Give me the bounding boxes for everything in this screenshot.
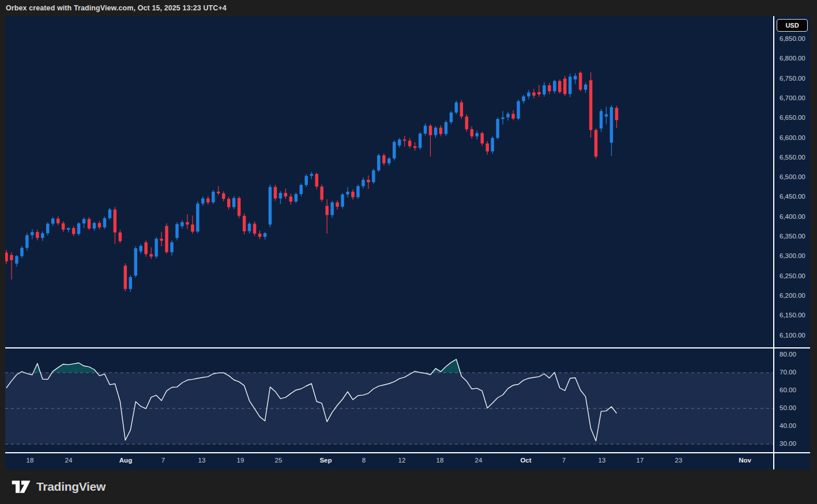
candle-body [543, 85, 546, 94]
rsi-tick-label: 50.00 [780, 404, 796, 411]
candle [248, 222, 251, 234]
candle-body [517, 101, 520, 119]
candle [362, 177, 365, 188]
candle [532, 89, 536, 98]
candle-body [165, 226, 168, 252]
candle-body [140, 246, 143, 252]
candle-body [206, 199, 210, 203]
tradingview-logo-text: TradingView [36, 480, 106, 494]
tradingview-logo[interactable]: TradingView [12, 479, 106, 494]
candle-body [336, 202, 339, 207]
candle-body [232, 198, 236, 207]
candle [346, 187, 349, 198]
candle [563, 76, 567, 96]
candle-body [155, 239, 158, 257]
price-tick-label: 6,300.00 [780, 252, 805, 259]
candle [579, 71, 582, 92]
candle [232, 196, 236, 209]
candle [589, 73, 593, 138]
candle-body [144, 242, 148, 255]
candle-body [429, 126, 432, 135]
candle [377, 154, 381, 172]
candle [88, 217, 91, 230]
price-pane[interactable] [5, 16, 773, 348]
candle [517, 100, 520, 120]
candle-body [356, 186, 360, 197]
currency-badge[interactable]: USD [777, 19, 808, 32]
candle-body [450, 113, 453, 123]
candle-body [310, 174, 314, 176]
candle-body [253, 223, 257, 233]
candle-body [387, 158, 391, 163]
candle-body [330, 202, 334, 215]
candle-body [501, 118, 504, 119]
candle [574, 73, 577, 84]
time-axis[interactable]: 1824Aug7131925Sep8121824Oct7131723Nov [5, 453, 773, 469]
candle-body [62, 223, 65, 230]
price-tick-label: 6,750.00 [780, 75, 805, 82]
candle-body [584, 85, 588, 90]
candle [445, 120, 448, 136]
candle [15, 255, 18, 267]
candle [300, 183, 303, 196]
candle [51, 217, 55, 226]
candle-body [289, 196, 293, 202]
candle [429, 124, 432, 156]
time-tick-label: Oct [513, 457, 539, 464]
candle-body [527, 93, 530, 97]
candle [372, 169, 375, 184]
candle-body [279, 193, 283, 199]
candle [496, 118, 499, 139]
candle [336, 200, 339, 210]
time-tick-label: 25 [266, 457, 291, 464]
candle [382, 153, 386, 165]
candle [568, 74, 572, 97]
price-tick-label: 6,650.00 [780, 114, 805, 121]
candle [548, 83, 551, 94]
attribution-bar: Orbex created with TradingView.com, Oct … [0, 0, 817, 16]
candle [341, 193, 344, 209]
candle [408, 138, 412, 149]
candle [149, 248, 153, 259]
candle-body [511, 114, 515, 119]
candle-body [274, 187, 277, 199]
candle-body [175, 224, 179, 238]
candle-body [610, 107, 613, 143]
rsi-pane[interactable] [5, 348, 773, 453]
candle [57, 216, 60, 225]
candle-body [31, 232, 34, 236]
candle-body [88, 219, 91, 229]
candle-body [434, 128, 438, 135]
candle [41, 232, 44, 241]
time-tick-label: 18 [17, 457, 43, 464]
candle [206, 196, 210, 204]
candle-body [579, 73, 582, 90]
price-axis[interactable]: USD 6,850.006,800.006,750.006,700.006,65… [774, 16, 810, 453]
candle [511, 110, 515, 120]
time-tick-label: Sep [313, 457, 338, 464]
candle-body [72, 228, 75, 234]
candle-body [439, 128, 443, 134]
time-tick-label: 7 [150, 457, 176, 464]
price-tick-label: 6,350.00 [780, 233, 805, 240]
candle [103, 217, 107, 229]
candle-body [263, 233, 267, 237]
candle [387, 157, 391, 165]
candle [522, 95, 525, 104]
price-tick-label: 6,550.00 [780, 154, 805, 161]
candle-body [25, 235, 29, 248]
candle-body [15, 256, 18, 264]
candle [605, 107, 608, 124]
candle-body [129, 277, 133, 289]
candle [67, 228, 70, 233]
candle-body [160, 239, 163, 241]
candle-body [481, 133, 484, 143]
tradingview-logo-icon [12, 479, 31, 494]
candle-body [377, 156, 381, 170]
candle-body [465, 116, 469, 129]
candle-body [5, 253, 8, 262]
candle-body [248, 223, 251, 231]
candle [279, 191, 283, 204]
rsi-tick-label: 30.00 [780, 440, 796, 447]
candle [134, 247, 138, 278]
